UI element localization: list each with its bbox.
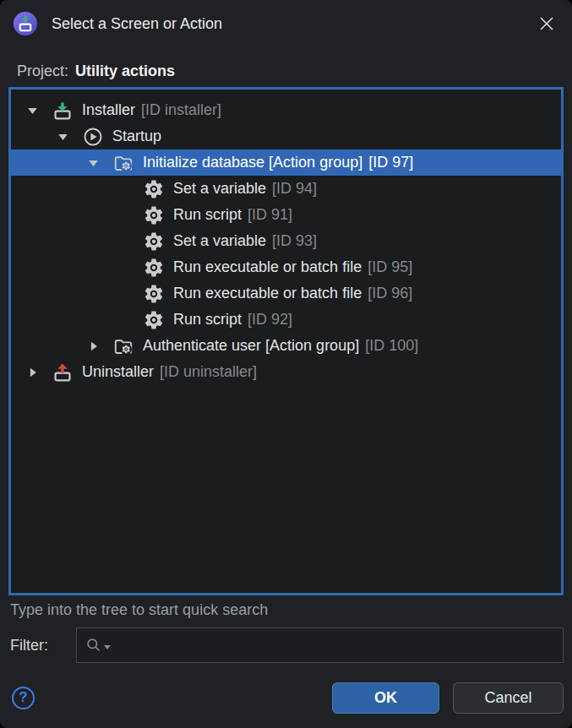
- tree-row-suffix: [ID uninstaller]: [160, 363, 257, 381]
- startup-icon: [82, 126, 106, 148]
- tree-row-label: Run executable or batch file: [173, 285, 362, 302]
- gear-icon: [143, 283, 166, 305]
- chevron-expanded-icon[interactable]: [26, 105, 52, 117]
- close-icon[interactable]: [533, 10, 560, 37]
- gear-icon: [143, 257, 166, 279]
- help-icon[interactable]: ?: [12, 687, 35, 709]
- tree-row-label: Uninstaller: [82, 363, 154, 381]
- search-dropdown-caret-icon: [104, 645, 111, 650]
- chevron-expanded-icon[interactable]: [57, 131, 82, 143]
- filter-row: Filter:: [10, 627, 564, 663]
- action-group-icon: [112, 335, 136, 357]
- cancel-button[interactable]: Cancel: [453, 682, 564, 714]
- dialog-title: Select a Screen or Action: [52, 15, 222, 33]
- tree-row-suffix: [ID 93]: [272, 232, 317, 250]
- quick-search-hint: Type into the tree to start quick search: [10, 601, 268, 619]
- tree-row-suffix: [ID 94]: [272, 180, 317, 198]
- tree-row-suffix: [ID 91]: [248, 206, 292, 224]
- chevron-collapsed-icon[interactable]: [26, 367, 52, 378]
- tree-row-suffix: [ID 92]: [248, 311, 292, 329]
- gear-icon: [143, 231, 166, 253]
- filter-field[interactable]: [76, 627, 564, 663]
- tree-row[interactable]: Run script[ID 91]: [11, 202, 561, 228]
- project-name: Utility actions: [75, 62, 175, 80]
- chevron-collapsed-icon[interactable]: [87, 340, 112, 352]
- tree-row-label: Set a variable: [173, 232, 266, 250]
- ok-button[interactable]: OK: [332, 682, 439, 714]
- tree-row-label: Initialize database [Action group]: [143, 154, 362, 171]
- tree-row-label: Startup: [112, 128, 161, 145]
- tree-row[interactable]: Startup: [11, 123, 561, 149]
- installer-app-icon: [12, 10, 39, 37]
- tree-row[interactable]: Authenticate user [Action group][ID 100]: [11, 333, 561, 359]
- tree-row[interactable]: Run executable or batch file[ID 96]: [11, 280, 561, 307]
- action-group-icon: [112, 152, 136, 174]
- search-icon[interactable]: [85, 637, 111, 654]
- tree-row-suffix: [ID 96]: [368, 285, 412, 302]
- tree-row-label: Set a variable: [173, 180, 266, 198]
- tree-row-label: Run script: [173, 311, 242, 329]
- tree-row-suffix: [ID 100]: [365, 337, 418, 355]
- project-line: Project: Utility actions: [17, 62, 175, 80]
- uninstaller-icon: [52, 361, 75, 383]
- tree-row[interactable]: Set a variable[ID 94]: [11, 176, 561, 202]
- tree-row[interactable]: Run executable or batch file[ID 95]: [11, 254, 561, 280]
- tree-row-label: Installer: [82, 101, 135, 119]
- titlebar: Select a Screen or Action: [0, 0, 572, 47]
- chevron-expanded-icon[interactable]: [87, 157, 112, 169]
- tree-row-suffix: [ID installer]: [141, 101, 221, 119]
- project-label: Project:: [17, 62, 68, 80]
- tree-row[interactable]: Set a variable[ID 93]: [11, 228, 561, 254]
- select-screen-or-action-dialog: Select a Screen or Action Project: Utili…: [0, 0, 572, 728]
- tree-row[interactable]: Initialize database [Action group][ID 97…: [11, 149, 561, 176]
- tree-row[interactable]: Uninstaller[ID uninstaller]: [11, 359, 561, 385]
- tree-row-label: Run script: [173, 206, 242, 224]
- tree-row-suffix: [ID 95]: [368, 258, 412, 276]
- tree-row[interactable]: Run script[ID 92]: [11, 307, 561, 333]
- gear-icon: [143, 309, 166, 331]
- footer: ? OK Cancel: [12, 681, 564, 714]
- tree-row-label: Run executable or batch file: [173, 258, 362, 276]
- gear-icon: [143, 204, 166, 226]
- gear-icon: [143, 178, 166, 200]
- tree-row[interactable]: Installer[ID installer]: [11, 97, 561, 123]
- installer-icon: [52, 100, 75, 122]
- filter-label: Filter:: [10, 637, 59, 655]
- filter-input[interactable]: [117, 636, 556, 655]
- tree-row-suffix: [ID 97]: [368, 154, 413, 171]
- tree-row-label: Authenticate user [Action group]: [143, 337, 359, 355]
- tree[interactable]: Installer[ID installer]StartupInitialize…: [8, 87, 564, 595]
